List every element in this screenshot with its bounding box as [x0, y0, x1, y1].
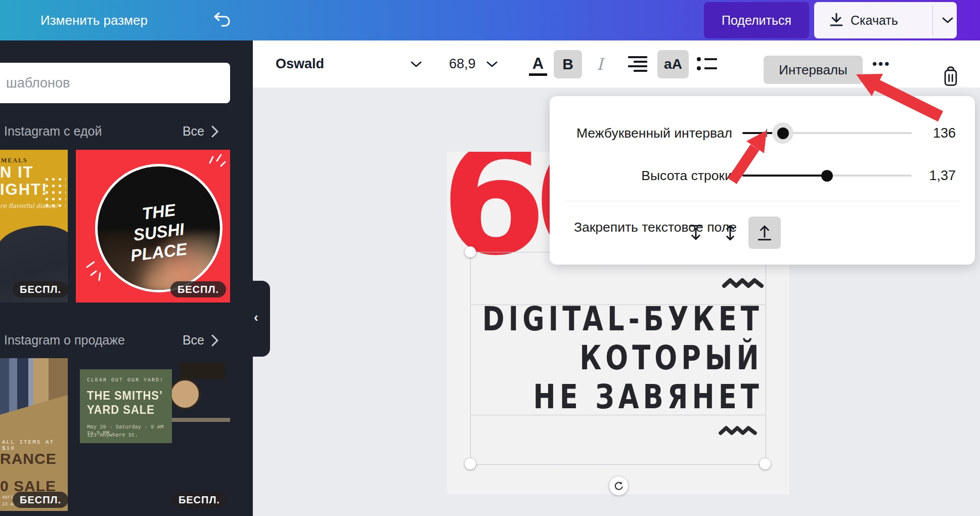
share-button[interactable]: Поделиться: [704, 2, 809, 38]
slider-default-tick: [766, 129, 767, 137]
section-header-sale: Instagram о продаже Все: [4, 333, 249, 351]
free-badge: БЕСПЛ.: [13, 492, 68, 508]
thumb-text: IGHT!: [0, 181, 48, 198]
download-icon: [828, 12, 844, 29]
resize-handle-bottom-right[interactable]: [760, 458, 771, 469]
search-input[interactable]: [0, 63, 230, 103]
resize-button[interactable]: Изменить размер: [40, 0, 148, 40]
design-text-element[interactable]: DIGITAL-БУКЕТ КОТОРЫЙ НЕ ЗАВЯНЕТ: [482, 299, 763, 416]
divider: [932, 5, 933, 35]
rotate-icon: [613, 481, 624, 491]
download-button[interactable]: Скачать: [814, 2, 957, 38]
template-thumbnail-yardsale[interactable]: CLEAR OUT OUR YARD! THE SMITHS’ YARD SAL…: [76, 358, 230, 511]
font-family-selector[interactable]: Oswald: [276, 40, 324, 88]
delete-button[interactable]: [941, 53, 961, 100]
chevron-right-icon: [211, 125, 218, 138]
spacing-popup: Межбуквенный интервал 136 Высота строки …: [550, 96, 975, 265]
line-height-value: 1,37: [915, 168, 956, 184]
top-bar: Изменить размер Поделиться Скачать: [0, 0, 980, 40]
thumb-text: ALL ITEMS AT $10: [2, 439, 68, 451]
download-label: Скачать: [851, 13, 898, 28]
template-thumbnail-sushi[interactable]: THE SUSHI PLACE БЕСПЛ.: [76, 150, 230, 303]
chevron-right-icon: [211, 334, 218, 347]
wall-frame: [180, 362, 225, 379]
line-height-slider-handle[interactable]: [821, 170, 833, 182]
wall-clock: [169, 378, 201, 410]
see-all-sale-link[interactable]: Все: [183, 333, 218, 348]
undo-icon[interactable]: [212, 11, 233, 29]
sidebar-collapse-button[interactable]: ‹: [253, 281, 270, 357]
uppercase-button[interactable]: aA: [657, 50, 689, 78]
trash-icon: [941, 64, 961, 89]
resize-handle-top-left[interactable]: [465, 246, 476, 257]
thumb-text: THE SMITHS’: [87, 389, 163, 402]
text-align-button[interactable]: [628, 56, 647, 72]
anchor-top-icon: [756, 224, 773, 242]
see-all-food-link[interactable]: Все: [183, 124, 218, 139]
font-size-selector[interactable]: 68,9: [449, 40, 476, 88]
thumb-text: CLEAR OUT OUR YARD!: [87, 377, 164, 383]
canva-editor: Изменить размер Поделиться Скачать: [0, 0, 980, 516]
text-color-icon: A: [532, 56, 544, 71]
chevron-left-icon: ‹: [254, 310, 258, 325]
sketch-rays: [84, 260, 106, 285]
letter-spacing-slider-handle[interactable]: [777, 127, 789, 139]
anchor-middle-button[interactable]: [714, 217, 746, 249]
text-toolbar: Oswald 68,9 A B I aA Интервалы •••: [253, 40, 980, 88]
free-badge: БЕСПЛ.: [171, 492, 227, 508]
thumb-text: RANCE: [0, 450, 57, 467]
rotate-handle[interactable]: [609, 477, 628, 495]
see-all-label: Все: [183, 124, 204, 139]
list-button[interactable]: [697, 57, 717, 72]
resize-handle-bottom-left[interactable]: [465, 458, 476, 469]
design-text-line: НЕ ЗАВЯНЕТ: [482, 377, 763, 416]
design-text-line: КОТОРЫЙ: [482, 338, 763, 377]
letter-spacing-slider[interactable]: [742, 132, 912, 134]
thumb-text: 123 Anywhere St.: [87, 432, 138, 438]
section-header-food: Instagram с едой Все: [4, 124, 249, 142]
anchor-bottom-icon: [688, 224, 704, 242]
font-size-chevron-icon[interactable]: [486, 40, 498, 88]
anchor-bottom-button[interactable]: [680, 217, 712, 249]
template-thumbnail-meals[interactable]: MEALS N IT IGHT! re flavorful dishes! БЕ…: [0, 150, 68, 303]
bold-button[interactable]: B: [554, 50, 582, 78]
letter-spacing-label: Межбуквенный интервал: [565, 125, 732, 141]
line-height-label: Высота строки: [565, 168, 732, 184]
squiggle-graphic-top[interactable]: [722, 276, 765, 290]
section-title: Instagram с едой: [4, 124, 102, 138]
see-all-label: Все: [183, 333, 204, 348]
spacing-button[interactable]: Интервалы: [764, 56, 863, 84]
more-options-button[interactable]: •••: [872, 40, 890, 88]
dots-pattern: [43, 176, 66, 209]
design-text-line: DIGITAL-БУКЕТ: [482, 299, 763, 338]
shelf: [169, 418, 230, 422]
sushi-photo-circle: THE SUSHI PLACE: [95, 164, 222, 292]
letter-spacing-value: 136: [915, 125, 956, 141]
section-title: Instagram о продаже: [4, 333, 125, 347]
free-badge: БЕСПЛ.: [170, 281, 226, 297]
divider: [565, 201, 960, 201]
italic-button[interactable]: I: [597, 40, 603, 88]
thumb-text: N IT: [0, 164, 34, 181]
text-color-button[interactable]: A: [528, 53, 548, 76]
templates-sidebar: Instagram с едой Все MEALS N IT IGHT! re…: [0, 40, 253, 516]
green-panel: CLEAR OUT OUR YARD! THE SMITHS’ YARD SAL…: [80, 369, 172, 443]
anchor-textbox-label: Закрепить текстовое поле: [574, 220, 737, 235]
thumb-text: YARD SALE: [87, 403, 155, 416]
sketch-rays: [206, 154, 226, 176]
download-options-chevron-icon[interactable]: [939, 2, 957, 38]
squiggle-graphic-bottom[interactable]: [719, 424, 758, 437]
template-thumbnail-clearance[interactable]: ALL ITEMS AT $10 RANCE 0 SALE april 2028…: [0, 358, 68, 511]
anchor-top-button[interactable]: [748, 217, 781, 249]
free-badge: БЕСПЛ.: [13, 281, 68, 297]
font-family-chevron-icon[interactable]: [411, 40, 422, 88]
anchor-middle-icon: [722, 224, 738, 242]
